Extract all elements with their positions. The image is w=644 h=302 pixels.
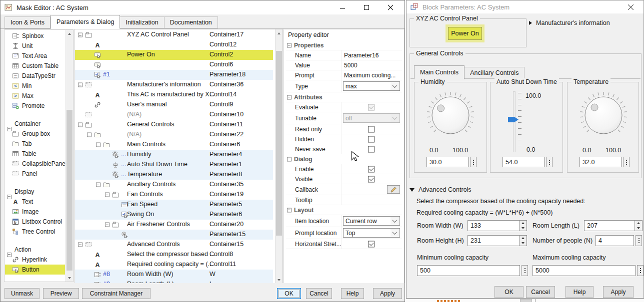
collapse-icon[interactable]	[287, 95, 292, 99]
temperature-options-button[interactable]	[623, 157, 630, 167]
collapse-icon[interactable]	[287, 43, 292, 47]
palette-item-group-box[interactable]: Group box	[5, 129, 65, 139]
collapse-icon[interactable]	[7, 253, 12, 257]
tree-row-manufacturer-s-information[interactable]: Manufacturer's informationContainer36	[75, 80, 273, 90]
tree-row-xyz-ac-control-panel[interactable]: XYZ AC Control PanelContainer17	[75, 30, 273, 40]
property-section-attributes[interactable]: Attributes	[286, 92, 402, 102]
horizontal-stret-checkbox[interactable]	[368, 241, 374, 247]
unmask-button[interactable]: Unmask	[4, 288, 40, 299]
tree-row-swing-on[interactable]: Swing OnParameter6	[75, 210, 273, 220]
palette-item-promote[interactable]: Promote	[5, 101, 65, 111]
maximum-cooling-capacity-options-button[interactable]	[637, 265, 644, 276]
palette-item-image[interactable]: Image	[5, 207, 65, 217]
palette-section-display[interactable]: Display	[5, 187, 65, 197]
expander-icon[interactable]	[96, 183, 100, 187]
palette-item-collapsiblepane[interactable]: CollapsiblePane	[5, 159, 65, 169]
palette-item-hyperlink[interactable]: Hyperlink	[5, 255, 65, 265]
tree-row-user-s-manual[interactable]: User's manualControl9	[75, 100, 273, 110]
tree-row-air-freshener-controls[interactable]: Air Freshener ControlsContainer20	[75, 220, 273, 230]
visible-checkbox[interactable]	[368, 176, 374, 182]
property-value[interactable]: Parameter16	[344, 52, 378, 59]
constraint-manager-button[interactable]: Constraint Manager	[82, 288, 150, 299]
cancel-button[interactable]: Cancel	[306, 288, 332, 299]
expander-icon[interactable]	[96, 143, 100, 147]
palette-item-button[interactable]: Button	[5, 265, 65, 275]
expander-icon[interactable]	[105, 223, 110, 227]
palette-section-action[interactable]: Action	[5, 245, 65, 255]
property-section-dialog[interactable]: Dialog	[286, 154, 402, 164]
tunable-dropdown[interactable]: off	[343, 113, 400, 123]
collapse-icon[interactable]	[7, 127, 12, 131]
humidity-options-button[interactable]	[470, 157, 476, 167]
tab-documentation[interactable]: Documentation	[164, 16, 218, 28]
minimum-cooling-capacity-input[interactable]: 500	[417, 265, 520, 276]
tree-row-select-the-compressor-based[interactable]: ASelect the compressor based ...Control8	[75, 250, 273, 260]
chevron-down-icon[interactable]	[390, 82, 399, 90]
spinner-icon[interactable]	[519, 221, 526, 231]
tree-row-auto-shut-down-time[interactable]: ...Auto Shut Down TimeParameter1	[75, 160, 273, 170]
ok-button[interactable]: OK	[494, 286, 524, 298]
tree-row-this-ac-is-manufactured-by-x[interactable]: AThis AC is manufactured by X...Control1…	[75, 90, 273, 100]
tree-row-fan-speed[interactable]: Fan SpeedParameter5	[75, 200, 273, 210]
collapse-icon[interactable]	[7, 195, 12, 199]
tree-scrollbar[interactable]	[275, 29, 282, 284]
tab-icon-ports[interactable]: Icon & Ports	[4, 16, 50, 28]
tree-row-n-a[interactable]: (N/A)Container10	[75, 110, 273, 120]
apply-button[interactable]: Apply	[373, 288, 402, 299]
tree-row-room-width-w[interactable]: #8Room Width (W)W	[75, 270, 273, 280]
power-on-button[interactable]: Power On	[448, 27, 482, 40]
close-icon[interactable]	[384, 2, 398, 13]
expander-icon[interactable]	[87, 133, 92, 137]
property-value[interactable]: 5000	[344, 62, 358, 69]
expander-icon[interactable]	[78, 243, 82, 247]
collapse-icon[interactable]	[287, 208, 292, 212]
palette-item-custom-table[interactable]: Custom Table	[5, 61, 65, 71]
advanced-controls-header[interactable]: Advanced Controls	[410, 186, 472, 193]
scroll-down-icon[interactable]	[66, 274, 73, 282]
palette-item-datatypestr[interactable]: 101010DataTypeStr	[5, 71, 65, 81]
tree-row-main-controls[interactable]: Main ControlsContainer6	[75, 140, 273, 150]
cancel-button[interactable]: Cancel	[526, 286, 555, 298]
room-length-l-input[interactable]: 207	[584, 220, 642, 231]
collapse-icon[interactable]	[287, 157, 292, 161]
palette-item-tab[interactable]: Tab	[5, 139, 65, 149]
humidity-value-field[interactable]: 30.0	[426, 157, 468, 167]
chevron-down-icon[interactable]	[390, 217, 399, 225]
spinner-icon[interactable]	[634, 221, 642, 231]
ok-button[interactable]: OK	[277, 288, 301, 299]
expander-icon[interactable]	[105, 193, 110, 197]
help-button[interactable]: Help	[566, 286, 594, 298]
minimize-icon[interactable]	[336, 2, 350, 13]
help-button[interactable]: Help	[341, 288, 364, 299]
scrollbar-thumb[interactable]	[276, 51, 282, 236]
tab-main-controls[interactable]: Main Controls	[414, 65, 464, 79]
slider-thumb[interactable]	[508, 117, 518, 122]
type-dropdown[interactable]: max	[343, 81, 400, 91]
read-only-checkbox[interactable]	[368, 126, 374, 132]
hidden-checkbox[interactable]	[368, 136, 374, 142]
tab-parameters-dialog[interactable]: Parameters & Dialog	[50, 15, 120, 29]
tree-row-n-a[interactable]: (N/A)Container22	[75, 130, 273, 140]
enable-checkbox[interactable]	[368, 166, 374, 172]
property-section-layout[interactable]: Layout	[286, 205, 402, 215]
scrollbar-thumb[interactable]	[66, 110, 72, 271]
tree-row-parameter18[interactable]: #1Parameter18	[75, 70, 273, 80]
tree-row-humidity[interactable]: ...HumidityParameter4	[75, 150, 273, 160]
room-height-h-input[interactable]: 231	[468, 235, 527, 246]
palette-scrollbar[interactable]	[66, 30, 73, 282]
tab-ancillary-controls[interactable]: Ancillary Controls	[464, 67, 524, 79]
temperature-value-field[interactable]: 32.0	[580, 157, 622, 167]
palette-item-table[interactable]: Table	[5, 149, 65, 159]
close-icon[interactable]	[624, 1, 638, 12]
property-value[interactable]: Maximum cooling...	[344, 72, 396, 79]
minimum-cooling-capacity-options-button[interactable]	[522, 265, 528, 276]
manufacturer-info-header[interactable]: Manufacturer's information	[529, 19, 610, 26]
scroll-down-icon[interactable]	[276, 276, 282, 284]
palette-item-max[interactable]: >Max	[5, 91, 65, 101]
palette-item-listbox-control[interactable]: bListbox Control	[5, 217, 65, 227]
palette-item-min[interactable]: <Min	[5, 81, 65, 91]
tree-row-general-controls[interactable]: General ControlsContainer11	[75, 120, 273, 130]
palette-item-text[interactable]: AText	[5, 197, 65, 207]
tree-row-temperature[interactable]: ...TemperatureParameter8	[75, 170, 273, 180]
tree-row-fan-controls[interactable]: Fan ControlsContainer19	[75, 190, 273, 200]
